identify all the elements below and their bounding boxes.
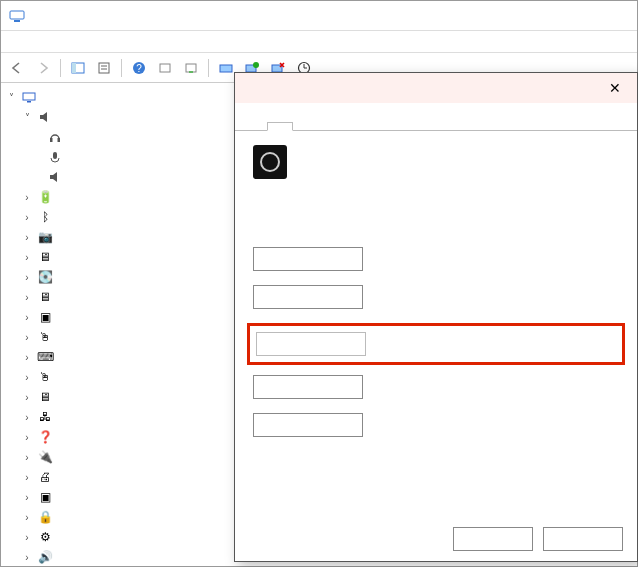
tab-driver[interactable] xyxy=(267,122,293,131)
disable-device-button[interactable] xyxy=(253,375,363,399)
titlebar xyxy=(1,1,637,31)
cancel-button[interactable] xyxy=(543,527,623,551)
headphone-icon xyxy=(47,129,63,145)
other-icon: ❓ xyxy=(37,429,53,445)
expand-icon[interactable]: › xyxy=(21,532,33,543)
expand-icon[interactable]: › xyxy=(21,472,33,483)
speaker-icon xyxy=(47,169,63,185)
expand-icon[interactable]: › xyxy=(21,492,33,503)
computer-icon xyxy=(21,89,37,105)
software-icon: ⚙ xyxy=(37,529,53,545)
svg-rect-16 xyxy=(23,93,35,100)
port-icon: 🔌 xyxy=(37,449,53,465)
svg-text:?: ? xyxy=(136,63,142,74)
expand-icon[interactable]: › xyxy=(21,432,33,443)
action2-icon[interactable] xyxy=(179,56,203,80)
mouse-icon: 🖱 xyxy=(37,369,53,385)
roll-back-driver-button xyxy=(256,332,366,356)
hid-icon: 🖱 xyxy=(37,329,53,345)
svg-rect-9 xyxy=(160,64,170,72)
toolbar-separator xyxy=(60,59,61,77)
expand-icon[interactable]: › xyxy=(21,252,33,263)
svg-rect-10 xyxy=(186,64,196,72)
expand-icon[interactable]: › xyxy=(21,332,33,343)
security-icon: 🔒 xyxy=(37,509,53,525)
driver-details-button[interactable] xyxy=(253,247,363,271)
svg-rect-4 xyxy=(99,63,109,73)
close-button[interactable]: ✕ xyxy=(603,80,627,96)
expand-icon[interactable]: › xyxy=(21,552,33,563)
svg-rect-20 xyxy=(53,152,57,159)
expand-icon[interactable]: › xyxy=(21,192,33,203)
monitor-icon: 🖥 xyxy=(37,389,53,405)
svg-rect-19 xyxy=(58,138,61,142)
expand-icon[interactable]: › xyxy=(21,372,33,383)
properties-icon[interactable] xyxy=(92,56,116,80)
dialog-body xyxy=(235,131,637,461)
expand-icon[interactable]: › xyxy=(21,312,33,323)
disk-icon: 💽 xyxy=(37,269,53,285)
cpu-icon: ▣ xyxy=(37,489,53,505)
uninstall-device-button[interactable] xyxy=(253,413,363,437)
svg-rect-1 xyxy=(14,20,20,22)
expand-icon[interactable]: › xyxy=(21,292,33,303)
expand-icon[interactable]: › xyxy=(21,452,33,463)
keyboard-icon: ⌨ xyxy=(37,349,53,365)
expand-icon[interactable]: › xyxy=(21,512,33,523)
menu-view[interactable] xyxy=(47,40,63,44)
menu-file[interactable] xyxy=(7,40,23,44)
dialog-tabs xyxy=(235,103,637,131)
device-speaker-icon xyxy=(253,145,287,179)
network-icon: 🖧 xyxy=(37,409,53,425)
microphone-icon xyxy=(47,149,63,165)
svg-rect-17 xyxy=(27,101,31,103)
dialog-titlebar: ✕ xyxy=(235,73,637,103)
help-icon[interactable]: ? xyxy=(127,56,151,80)
chip-icon: ▣ xyxy=(37,309,53,325)
collapse-icon[interactable]: ˅ xyxy=(21,112,33,123)
expand-icon[interactable]: › xyxy=(21,412,33,423)
ok-button[interactable] xyxy=(453,527,533,551)
device-manager-icon xyxy=(9,8,25,24)
expand-icon[interactable]: › xyxy=(21,392,33,403)
toolbar-separator xyxy=(121,59,122,77)
dialog-footer xyxy=(453,527,623,551)
expand-icon[interactable]: › xyxy=(21,352,33,363)
computer-icon: 🖥 xyxy=(37,249,53,265)
tab-general[interactable] xyxy=(243,123,267,130)
back-button[interactable] xyxy=(5,56,29,80)
battery-icon: 🔋 xyxy=(37,189,53,205)
svg-rect-18 xyxy=(50,138,53,142)
driver-info-grid xyxy=(295,197,619,227)
svg-rect-0 xyxy=(10,11,24,19)
svg-rect-3 xyxy=(72,63,76,73)
update-driver-button[interactable] xyxy=(253,285,363,309)
printer-icon: 🖨 xyxy=(37,469,53,485)
camera-icon: 📷 xyxy=(37,229,53,245)
forward-button[interactable] xyxy=(31,56,55,80)
collapse-icon[interactable]: ˅ xyxy=(5,92,17,103)
svg-point-13 xyxy=(253,62,259,68)
expand-icon[interactable]: › xyxy=(21,272,33,283)
sound-icon: 🔊 xyxy=(37,549,53,565)
expand-icon[interactable]: › xyxy=(21,212,33,223)
action1-icon[interactable] xyxy=(153,56,177,80)
svg-rect-11 xyxy=(220,65,232,72)
expand-icon[interactable]: › xyxy=(21,232,33,243)
tab-details[interactable] xyxy=(293,123,317,130)
display-icon: 🖥 xyxy=(37,289,53,305)
show-hide-console-tree-icon[interactable] xyxy=(66,56,90,80)
properties-dialog: ✕ xyxy=(234,72,638,562)
toolbar-separator xyxy=(208,59,209,77)
speaker-icon xyxy=(37,109,53,125)
rollback-highlight xyxy=(247,323,625,365)
bluetooth-icon: ᛒ xyxy=(37,209,53,225)
menubar xyxy=(1,31,637,53)
menu-action[interactable] xyxy=(27,40,43,44)
tab-events[interactable] xyxy=(317,123,341,130)
menu-help[interactable] xyxy=(67,40,83,44)
